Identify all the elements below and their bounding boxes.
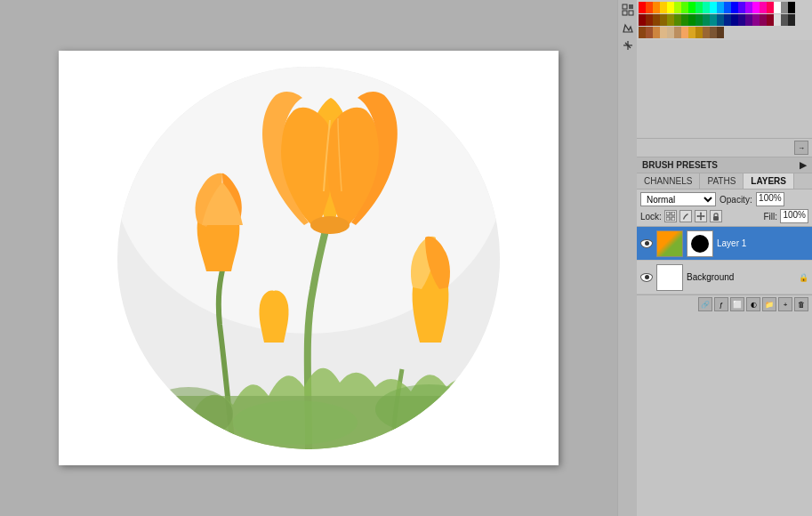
layer1-name: Layer 1 <box>717 238 808 248</box>
lock-grid-icon[interactable] <box>664 210 677 222</box>
canvas-area <box>0 0 617 516</box>
swatch[interactable] <box>745 2 752 13</box>
swatch[interactable] <box>653 14 660 26</box>
swatch[interactable] <box>710 27 717 38</box>
panel-icon-3[interactable] <box>620 37 636 53</box>
canvas-document <box>59 51 559 465</box>
panel-icon-2[interactable] <box>620 20 636 36</box>
svg-rect-8 <box>623 4 627 9</box>
swatch[interactable] <box>646 2 653 13</box>
swatch[interactable] <box>710 2 717 13</box>
swatch[interactable] <box>660 27 667 38</box>
swatch[interactable] <box>717 14 724 26</box>
swatch[interactable] <box>695 27 703 38</box>
swatch[interactable] <box>731 2 738 13</box>
swatch[interactable] <box>660 2 667 13</box>
swatch[interactable] <box>667 27 674 38</box>
swatch[interactable] <box>674 2 681 13</box>
layer1-mask-thumbnail <box>687 230 713 257</box>
swatch[interactable] <box>688 2 695 13</box>
swatch[interactable] <box>781 14 788 26</box>
mask-circle <box>691 235 709 253</box>
swatch[interactable] <box>788 2 795 13</box>
add-style-button[interactable]: ƒ <box>714 297 728 311</box>
swatch[interactable] <box>667 2 674 13</box>
fill-value[interactable]: 100% <box>780 209 808 223</box>
swatch[interactable] <box>774 2 781 13</box>
swatch[interactable] <box>767 14 774 26</box>
swatch[interactable] <box>710 14 717 26</box>
svg-rect-10 <box>623 11 627 15</box>
right-section: → BRUSH PRESETS ▶ CHANNELS PATHS LAYERS … <box>617 0 812 516</box>
swatch[interactable] <box>681 27 688 38</box>
swatch[interactable] <box>774 14 781 26</box>
panels-column: → BRUSH PRESETS ▶ CHANNELS PATHS LAYERS … <box>637 0 812 516</box>
swatch[interactable] <box>639 14 646 26</box>
blend-mode-select[interactable]: Normal Dissolve Multiply Screen <box>640 192 716 206</box>
swatch[interactable] <box>653 2 660 13</box>
swatch[interactable] <box>767 2 774 13</box>
group-button[interactable]: 📁 <box>762 297 776 311</box>
lock-brush-icon[interactable] <box>679 210 692 222</box>
tab-channels[interactable]: CHANNELS <box>637 173 700 189</box>
app-window: → BRUSH PRESETS ▶ CHANNELS PATHS LAYERS … <box>0 0 812 516</box>
lock-padlock-icon[interactable] <box>710 210 722 222</box>
swatch[interactable] <box>717 27 724 38</box>
panel-spacer <box>637 40 812 138</box>
add-mask-button[interactable]: ⬜ <box>730 297 744 311</box>
swatch[interactable] <box>703 14 710 26</box>
swatch[interactable] <box>703 2 710 13</box>
swatch[interactable] <box>703 27 710 38</box>
background-visibility-toggle[interactable] <box>640 271 653 284</box>
swatch[interactable] <box>674 27 681 38</box>
swatch[interactable] <box>681 2 688 13</box>
swatch[interactable] <box>724 2 731 13</box>
lock-move-icon[interactable] <box>695 210 707 222</box>
swatch[interactable] <box>738 2 745 13</box>
panel-tabs: CHANNELS PATHS LAYERS <box>637 173 812 189</box>
adjustment-button[interactable]: ◐ <box>746 297 760 311</box>
brush-presets-expand-icon[interactable]: ▶ <box>800 160 807 170</box>
svg-rect-7 <box>117 67 500 449</box>
layer-item-layer1[interactable]: Layer 1 <box>637 227 812 261</box>
swatch[interactable] <box>738 14 745 26</box>
swatch[interactable] <box>660 14 667 26</box>
swatch[interactable] <box>781 2 788 13</box>
swatch[interactable] <box>724 14 731 26</box>
panel-icon-1[interactable] <box>620 2 636 18</box>
fill-label: Fill: <box>763 212 777 222</box>
opacity-label: Opacity: <box>720 195 752 205</box>
swatch[interactable] <box>752 2 760 13</box>
swatch[interactable] <box>760 2 767 13</box>
swatch[interactable] <box>681 14 688 26</box>
swatch[interactable] <box>688 27 695 38</box>
swatch[interactable] <box>653 27 660 38</box>
tab-paths[interactable]: PATHS <box>700 173 744 189</box>
swatch[interactable] <box>646 14 653 26</box>
new-layer-button[interactable]: + <box>778 297 792 311</box>
layer-item-background[interactable]: Background 🔒 <box>637 261 812 294</box>
lock-row: Lock: <box>640 209 808 223</box>
swatch[interactable] <box>695 14 703 26</box>
link-layers-button[interactable]: 🔗 <box>698 297 712 311</box>
swatch[interactable] <box>667 14 674 26</box>
swatch[interactable] <box>731 14 738 26</box>
swatch[interactable] <box>674 14 681 26</box>
swatch[interactable] <box>639 2 646 13</box>
svg-rect-9 <box>629 4 633 9</box>
swatch[interactable] <box>639 27 646 38</box>
expand-icon[interactable]: → <box>794 141 808 155</box>
swatch[interactable] <box>688 14 695 26</box>
swatch[interactable] <box>788 14 795 26</box>
delete-layer-button[interactable]: 🗑 <box>794 297 808 311</box>
layer1-visibility-toggle[interactable] <box>640 238 653 250</box>
swatch[interactable] <box>745 14 752 26</box>
swatch[interactable] <box>717 2 724 13</box>
swatch[interactable] <box>646 27 653 38</box>
opacity-value[interactable]: 100% <box>756 192 784 206</box>
tab-layers[interactable]: LAYERS <box>744 173 794 189</box>
eye-pupil <box>645 275 649 279</box>
swatch[interactable] <box>752 14 760 26</box>
swatch[interactable] <box>695 2 703 13</box>
swatch[interactable] <box>760 14 767 26</box>
